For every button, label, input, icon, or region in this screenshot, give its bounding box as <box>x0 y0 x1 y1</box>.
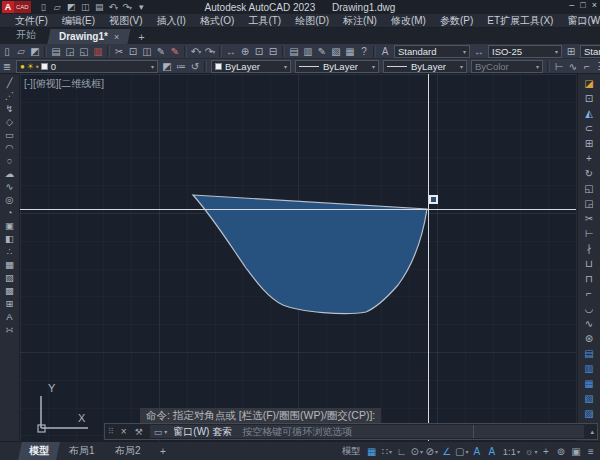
tab-close-icon[interactable]: × <box>114 32 119 42</box>
new-icon[interactable]: ▯ <box>0 44 14 58</box>
annotation-scale-value[interactable]: 1:1▾ <box>500 443 523 459</box>
match-properties-icon[interactable]: ✎ <box>154 44 168 58</box>
menu-edit[interactable]: 编辑(E) <box>55 14 102 28</box>
tab-layout2[interactable]: 布局2 <box>104 442 151 460</box>
draworder-above-icon[interactable]: ▦ <box>581 376 597 391</box>
mirror-icon[interactable]: ◭ <box>581 106 597 121</box>
point-icon[interactable]: ∴ <box>2 245 18 258</box>
save-icon[interactable]: ◩ <box>28 44 42 58</box>
construction-line-icon[interactable]: ⋰ <box>2 89 18 102</box>
help-icon[interactable]: ? <box>357 44 371 58</box>
ellipse-arc-icon[interactable]: ◔ <box>2 206 18 219</box>
stretch-icon[interactable]: ◲ <box>581 196 597 211</box>
doc-minimize-button[interactable]: – <box>572 16 576 25</box>
osnap-tracking-icon[interactable]: ∠ <box>440 443 454 459</box>
erase-icon[interactable]: ◪ <box>581 76 597 91</box>
table-style-icon[interactable]: ⊞ <box>564 44 578 58</box>
layer-states-icon[interactable]: ≔ <box>174 59 188 73</box>
quickcalc-icon[interactable]: ▦ <box>343 44 357 58</box>
qat-new-icon[interactable]: ▯ <box>37 0 50 14</box>
autocad-logo[interactable]: A CAD <box>2 1 31 13</box>
clean-screen-icon[interactable]: ▣ <box>569 443 583 459</box>
menu-dimension[interactable]: 标注(N) <box>336 14 384 28</box>
selection-mode-icon[interactable]: ▭ <box>154 427 163 437</box>
qat-save-icon[interactable]: ◩ <box>65 0 78 14</box>
plot-icon[interactable]: ▤ <box>49 44 63 58</box>
tab-add-layout[interactable]: + <box>149 442 177 460</box>
chamfer-icon[interactable]: ⌐ <box>581 286 597 301</box>
copy-clip-icon[interactable]: ⊡ <box>126 44 140 58</box>
polar-tracking-icon[interactable]: ⊙▾ <box>410 443 424 459</box>
dim-baseline-icon[interactable]: Ξ <box>594 59 600 73</box>
draworder-back-icon[interactable]: ▥ <box>581 361 597 376</box>
doc-close-button[interactable]: × <box>591 16 596 25</box>
color-combo[interactable]: ByLayer▾ <box>211 60 291 73</box>
command-customize-wrench-icon[interactable]: ⚒ <box>131 427 147 437</box>
publish-icon[interactable]: ◱ <box>77 44 91 58</box>
mleader-icon[interactable]: ∿ <box>566 59 580 73</box>
polyline-icon[interactable]: ↯ <box>2 102 18 115</box>
customize-menu-icon[interactable]: ≡ <box>584 443 598 459</box>
object-snap-icon[interactable]: ▢▾ <box>455 443 469 459</box>
markup-icon[interactable]: ✎ <box>315 44 329 58</box>
tab-layout1[interactable]: 布局1 <box>58 442 105 460</box>
annotation-visibility-icon[interactable]: A <box>470 443 484 459</box>
rectangle-icon[interactable]: ▭ <box>2 128 18 141</box>
tool-palettes-icon[interactable]: ▧ <box>329 44 343 58</box>
circle-icon[interactable]: ○ <box>2 154 18 167</box>
menu-parametric[interactable]: 参数(P) <box>433 14 480 28</box>
command-grip-handle[interactable]: ⠿ <box>105 427 117 436</box>
properties-palette-icon[interactable]: ▤ <box>287 44 301 58</box>
dim-linear-icon[interactable]: ⊢ <box>552 59 566 73</box>
scale-icon[interactable]: ◱ <box>581 181 597 196</box>
add-selected-icon[interactable]: ∺ <box>2 323 18 336</box>
model-paper-toggle[interactable]: 模型 <box>339 443 364 459</box>
redo-icon[interactable]: ↷▾ <box>203 44 217 58</box>
command-close-icon[interactable]: × <box>117 426 131 437</box>
zoom-window-icon[interactable]: ⊡ <box>252 44 266 58</box>
new-tab-button[interactable]: + <box>132 31 150 44</box>
designcenter-icon[interactable]: ▥ <box>301 44 315 58</box>
tab-start[interactable]: 开始 <box>4 26 48 44</box>
polygon-icon[interactable]: ◇ <box>2 115 18 128</box>
linetype-combo[interactable]: ByLayer▾ <box>295 60 379 73</box>
copy-icon[interactable]: ⊡ <box>581 91 597 106</box>
hatch-icon[interactable]: ▦ <box>2 258 18 271</box>
undo-icon[interactable]: ↶▾ <box>189 44 203 58</box>
doc-restore-button[interactable]: □ <box>581 16 586 25</box>
menu-format[interactable]: 格式(O) <box>193 14 241 28</box>
fillet-icon[interactable]: ◡ <box>581 301 597 316</box>
spline-icon[interactable]: ∿ <box>2 180 18 193</box>
minimize-button[interactable]: – <box>569 0 574 10</box>
batch-plot-icon[interactable]: ▥ <box>91 44 105 58</box>
grid-icon[interactable]: ▦ <box>365 443 379 459</box>
dim-style-icon[interactable]: ↔ <box>472 44 486 58</box>
workspace-gear-icon[interactable]: ☼▾ <box>524 443 538 459</box>
qat-open-icon[interactable]: ▱ <box>51 0 64 14</box>
close-button[interactable]: × <box>592 0 597 10</box>
menu-modify[interactable]: 修改(M) <box>384 14 433 28</box>
snap-icon[interactable]: ∷▾ <box>380 443 394 459</box>
pan-icon[interactable]: ↔ <box>224 44 238 58</box>
menu-express[interactable]: ET扩展工具(X) <box>480 14 560 28</box>
plot-preview-icon[interactable]: ◲ <box>63 44 77 58</box>
layer-properties-icon[interactable]: ≣ <box>0 59 14 73</box>
draworder-under-icon[interactable]: ▧ <box>581 391 597 406</box>
tab-drawing1[interactable]: Drawing1*× <box>47 29 130 44</box>
qat-save-as-icon[interactable]: ◫ <box>79 0 92 14</box>
lineweight-combo[interactable]: ByLayer▾ <box>383 60 467 73</box>
menu-view[interactable]: 视图(V) <box>102 14 149 28</box>
command-scroll-up-icon[interactable]: ▴ <box>587 428 597 436</box>
extend-icon[interactable]: ⊢ <box>581 226 597 241</box>
region-icon[interactable]: ▩ <box>2 284 18 297</box>
maximize-button[interactable]: □ <box>580 0 585 10</box>
menu-tools[interactable]: 工具(T) <box>241 14 288 28</box>
zoom-realtime-icon[interactable]: ⊕ <box>238 44 252 58</box>
dim-style-combo[interactable]: ISO-25▾ <box>488 45 562 58</box>
arc-icon[interactable]: ◠ <box>2 141 18 154</box>
ellipse-icon[interactable]: ◎ <box>2 193 18 206</box>
revcloud-icon[interactable]: ☁ <box>2 167 18 180</box>
text-to-front-icon[interactable]: ▨ <box>581 406 597 421</box>
isometric-drafting-icon[interactable]: ⊘▾ <box>425 443 439 459</box>
qat-redo-icon[interactable]: ↷▾ <box>121 0 134 14</box>
